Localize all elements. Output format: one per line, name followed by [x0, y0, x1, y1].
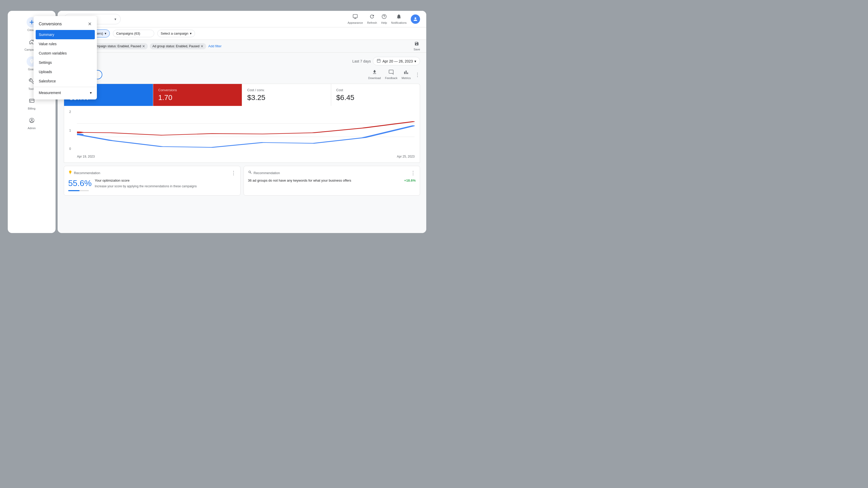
- sidebar: Create Campaigns Goals: [8, 11, 56, 233]
- notifications-action[interactable]: Notifications: [391, 14, 407, 24]
- dropdown-item-summary[interactable]: Summary: [36, 30, 95, 39]
- content-area: Overview Last 7 days Apr 20 — 26, 2023 ▾: [58, 53, 426, 233]
- dropdown-measurement-section[interactable]: Measurement ▾: [34, 88, 97, 97]
- rec-more-icon-2[interactable]: ⋮: [410, 170, 416, 175]
- save-icon: [414, 41, 419, 47]
- appearance-label: Appearance: [348, 21, 363, 24]
- chart-container: 2 1 0: [64, 106, 420, 163]
- dropdown-item-custom-variables[interactable]: Custom variables: [34, 49, 97, 58]
- campaign-status-label: Campaign status: Enabled, Paused: [92, 44, 141, 48]
- metric-value-cost: $6.45: [336, 93, 415, 102]
- date-value: Apr 20 — 26, 2023: [382, 59, 413, 63]
- metrics-action[interactable]: Metrics: [402, 69, 411, 80]
- sidebar-item-label-billing: Billing: [28, 107, 35, 110]
- metric-card-conversions[interactable]: Conversions 1.70: [153, 84, 242, 106]
- svg-rect-6: [404, 71, 405, 74]
- date-range-picker[interactable]: Apr 20 — 26, 2023 ▾: [373, 57, 420, 65]
- rec-title-row-2: Recommendation: [248, 170, 280, 175]
- select-campaign-chip[interactable]: Select a campaign ▾: [157, 30, 195, 37]
- metrics-icon: [404, 69, 409, 76]
- metric-card-cost[interactable]: Cost $6.45: [331, 84, 420, 106]
- main-content: Search ▾ Appearance: [58, 11, 426, 233]
- overview-header: Overview Last 7 days Apr 20 — 26, 2023 ▾: [64, 57, 420, 65]
- svg-rect-1: [30, 101, 31, 102]
- campaign-status-remove-icon[interactable]: ✕: [142, 44, 145, 48]
- date-range-label: Last 7 days: [352, 59, 371, 63]
- dropdown-item-settings[interactable]: Settings: [34, 58, 97, 67]
- metric-value-cost-per-conv: $3.25: [247, 93, 326, 102]
- select-campaign-chevron-icon: ▾: [190, 32, 192, 35]
- rec-header-1: Recommendation ⋮: [68, 170, 236, 175]
- notifications-icon: [396, 14, 402, 21]
- workspace-chevron-icon: ▾: [104, 32, 106, 35]
- add-filter-button[interactable]: Add filter: [208, 44, 221, 48]
- svg-point-12: [77, 131, 84, 133]
- help-action[interactable]: Help: [381, 14, 387, 24]
- campaign-status-chip[interactable]: Campaign status: Enabled, Paused ✕: [90, 43, 148, 49]
- appearance-action[interactable]: Appearance: [348, 14, 363, 24]
- rec-title-row-1: Recommendation: [68, 170, 100, 175]
- download-label: Download: [368, 77, 381, 80]
- rec-badge-2: +18.6%: [404, 179, 416, 182]
- metrics-container: Clicks 39.7K Conversions 1.70 Cost / con…: [64, 84, 420, 106]
- date-range: Last 7 days Apr 20 — 26, 2023 ▾: [352, 57, 420, 65]
- top-bar-right: Appearance Refresh: [348, 14, 420, 24]
- ad-group-status-chip[interactable]: Ad group status: Enabled, Paused ✕: [150, 43, 206, 49]
- rec-progress-fill-1: [68, 190, 80, 191]
- select-campaign-label: Select a campaign: [161, 32, 188, 35]
- calendar-icon: [377, 59, 381, 64]
- help-icon: [381, 14, 387, 21]
- sub-filter-bar: Workspace filter Campaign status: Enable…: [58, 40, 426, 53]
- chart-x-labels: Apr 19, 2023 Apr 25, 2023: [77, 155, 414, 158]
- rec-desc-1: Your optimization score: [95, 179, 197, 182]
- svg-rect-0: [29, 99, 34, 102]
- dropdown-item-salesforce[interactable]: Salesforce: [34, 77, 97, 86]
- campaigns-filter-chip[interactable]: Campaigns (63): [113, 30, 154, 37]
- dropdown-header: Conversions ✕: [34, 18, 97, 30]
- rec-progress-bar-1: [68, 190, 89, 191]
- feedback-label: Feedback: [385, 77, 397, 80]
- dropdown-item-uploads[interactable]: Uploads: [34, 67, 97, 77]
- rec-desc-2: 36 ad groups do not have any keywords fo…: [248, 179, 351, 182]
- metric-value-conversions: 1.70: [158, 93, 237, 102]
- feedback-icon: [389, 69, 394, 76]
- dropdown-close-icon[interactable]: ✕: [88, 21, 92, 27]
- dropdown-item-value-rules[interactable]: Value rules: [34, 39, 97, 49]
- svg-point-4: [384, 17, 384, 18]
- sidebar-item-admin[interactable]: Admin: [23, 113, 41, 132]
- refresh-icon: [369, 14, 375, 21]
- appearance-icon: [352, 14, 358, 21]
- save-label: Save: [413, 48, 420, 51]
- refresh-action[interactable]: Refresh: [367, 14, 377, 24]
- download-action[interactable]: Download: [368, 69, 381, 80]
- svg-rect-8: [407, 72, 408, 74]
- more-options-button[interactable]: ⋮: [415, 71, 420, 78]
- metric-card-cost-per-conv[interactable]: Cost / conv. $3.25: [242, 84, 331, 106]
- notifications-label: Notifications: [391, 21, 407, 24]
- action-buttons-row: + New campaign Download: [64, 69, 420, 80]
- user-avatar[interactable]: [411, 14, 420, 24]
- ad-group-status-remove-icon[interactable]: ✕: [200, 44, 204, 48]
- ad-group-status-label: Ad group status: Enabled, Paused: [152, 44, 199, 48]
- admin-icon: [27, 115, 37, 126]
- refresh-label: Refresh: [367, 21, 377, 24]
- campaigns-count-label: Campaigns (63): [116, 32, 140, 35]
- svg-rect-2: [353, 14, 358, 18]
- rec-search-icon: [248, 170, 252, 175]
- svg-rect-5: [377, 59, 380, 63]
- search-chevron-icon: ▾: [115, 17, 116, 21]
- date-chevron-icon: ▾: [414, 59, 416, 63]
- feedback-action[interactable]: Feedback: [385, 69, 397, 80]
- sidebar-item-label-admin: Admin: [28, 127, 36, 130]
- rec-header-2: Recommendation ⋮: [248, 170, 416, 175]
- rec-more-icon-1[interactable]: ⋮: [231, 170, 236, 175]
- metric-label-conversions: Conversions: [158, 88, 237, 92]
- metrics-label: Metrics: [402, 77, 411, 80]
- save-button[interactable]: Save: [413, 41, 420, 51]
- svg-rect-7: [406, 70, 407, 74]
- chart-y-labels: 2 1 0: [69, 110, 74, 151]
- filter-bar: Workspace (2 filters) ▾ Campaigns (63) S…: [58, 27, 426, 40]
- line-chart-svg: [77, 110, 414, 151]
- rec-subdesc-1: Increase your score by applying the reco…: [95, 184, 197, 188]
- metric-label-cost-per-conv: Cost / conv.: [247, 88, 326, 92]
